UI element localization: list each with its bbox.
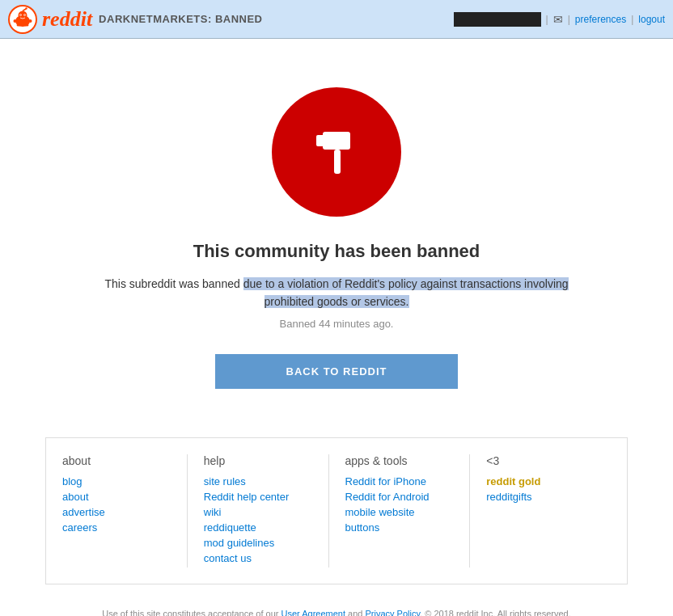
footer-link-android[interactable]: Reddit for Android	[345, 491, 454, 503]
svg-rect-15	[334, 150, 341, 174]
footer-link-wiki[interactable]: wiki	[204, 506, 312, 518]
ban-description: This subreddit was banned due to a viola…	[102, 275, 571, 311]
subreddit-title: DarkNetMarkets: banned	[99, 13, 262, 25]
footer-link-help-center[interactable]: Reddit help center	[204, 491, 312, 503]
svg-point-10	[14, 19, 17, 23]
footer-link-reddiquette[interactable]: reddiquette	[204, 521, 312, 534]
logo-text: reddit	[42, 7, 92, 32]
svg-point-7	[24, 14, 25, 15]
logout-link[interactable]: logout	[638, 14, 665, 25]
gavel-icon	[300, 116, 373, 188]
footer-heart-title: <3	[486, 454, 595, 467]
svg-point-12	[17, 23, 21, 26]
footer-text2: and	[345, 609, 365, 616]
svg-point-11	[29, 19, 32, 23]
footer-link-about[interactable]: about	[62, 491, 171, 503]
footer-text3: . © 2018 reddit Inc. All rights reserved…	[420, 609, 571, 616]
header-right: ████████ | ✉ | preferences | logout	[454, 12, 665, 27]
ban-content: This community has been banned This subr…	[0, 39, 673, 421]
footer-link-mod-guidelines[interactable]: mod guidelines	[204, 537, 312, 549]
svg-point-6	[20, 14, 21, 15]
privacy-policy-link[interactable]: Privacy Policy	[366, 609, 421, 616]
svg-point-13	[25, 23, 29, 26]
reddit-logo[interactable]: reddit	[8, 5, 92, 34]
footer-link-site-rules[interactable]: site rules	[204, 475, 312, 487]
ban-description-normal: This subreddit was banned	[104, 277, 243, 290]
ban-description-highlight: due to a violation of Reddit's policy ag…	[243, 277, 569, 308]
footer-link-contact-us[interactable]: contact us	[204, 552, 312, 564]
footer-apps-title: apps & tools	[345, 454, 454, 467]
mail-icon[interactable]: ✉	[553, 13, 563, 26]
footer-link-iphone[interactable]: Reddit for iPhone	[345, 475, 454, 487]
back-to-reddit-button[interactable]: BACK TO REDDIT	[215, 354, 458, 389]
preferences-link[interactable]: preferences	[575, 14, 626, 25]
header-left: reddit DarkNetMarkets: banned	[8, 5, 263, 34]
header: reddit DarkNetMarkets: banned ████████ |…	[0, 0, 673, 39]
svg-rect-14	[323, 132, 350, 150]
svg-point-9	[25, 7, 27, 9]
footer-help-title: help	[204, 454, 312, 467]
footer-link-redditgifts[interactable]: redditgifts	[486, 491, 595, 503]
user-agreement-link[interactable]: User Agreement	[281, 609, 345, 616]
footer-col-apps: apps & tools Reddit for iPhone Reddit fo…	[329, 454, 471, 567]
footer-link-mobile[interactable]: mobile website	[345, 506, 454, 518]
footer-links: about blog about advertise careers help …	[45, 437, 628, 584]
footer-col-help: help site rules Reddit help center wiki …	[188, 454, 329, 567]
footer-link-blog[interactable]: blog	[62, 475, 171, 487]
ban-title: This community has been banned	[193, 241, 480, 262]
footer-link-gold[interactable]: reddit gold	[486, 475, 595, 487]
reddit-alien-icon	[8, 5, 37, 34]
ban-timestamp: Banned 44 minutes ago.	[280, 318, 394, 330]
footer-about-title: about	[62, 454, 171, 467]
footer-link-careers[interactable]: careers	[62, 521, 171, 534]
footer-col-about: about blog about advertise careers	[62, 454, 188, 567]
footer-link-buttons[interactable]: buttons	[345, 521, 454, 534]
footer-link-advertise[interactable]: advertise	[62, 506, 171, 518]
svg-rect-16	[316, 135, 326, 146]
username-box: ████████	[454, 12, 541, 27]
bottom-footer: Use of this site constitutes acceptance …	[0, 601, 673, 616]
footer-col-heart: <3 reddit gold redditgifts	[470, 454, 611, 567]
ban-icon-circle	[272, 87, 401, 217]
footer-text1: Use of this site constitutes acceptance …	[102, 609, 281, 616]
